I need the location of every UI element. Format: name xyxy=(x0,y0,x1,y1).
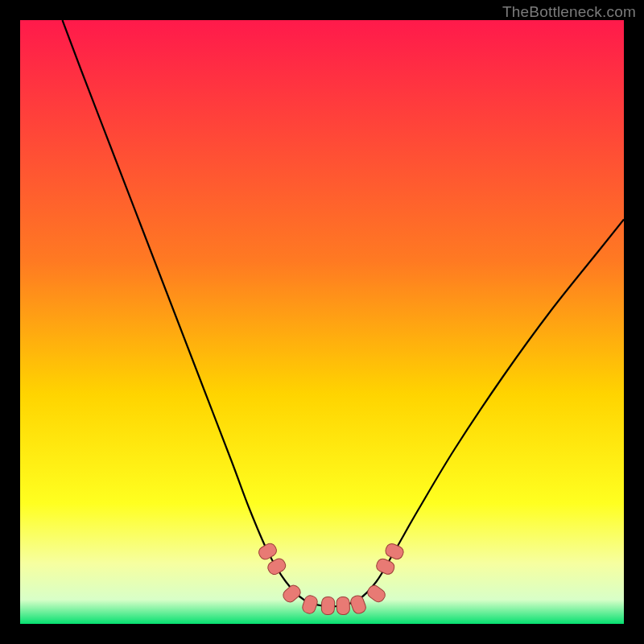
highlight-node xyxy=(321,597,335,615)
highlight-node xyxy=(336,597,350,615)
watermark-label: TheBottleneck.com xyxy=(502,3,636,21)
gradient-background xyxy=(20,20,624,624)
plot-area xyxy=(20,20,624,624)
bottleneck-chart xyxy=(20,20,624,624)
chart-frame: TheBottleneck.com xyxy=(0,0,644,644)
